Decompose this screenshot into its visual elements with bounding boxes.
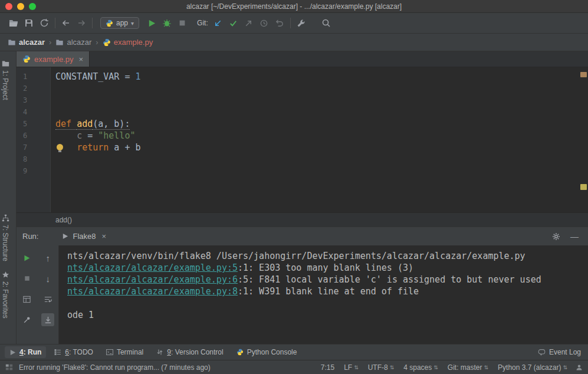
console-file-link[interactable]: nts/alcazar/alcazar/example.py:6 — [67, 274, 238, 285]
line-number[interactable]: 9 — [17, 165, 51, 177]
line-number[interactable]: 6 — [17, 130, 51, 142]
run-configuration-label: app — [116, 19, 128, 27]
status-widget[interactable]: 7:15 — [321, 363, 334, 372]
run-icon[interactable] — [144, 16, 159, 30]
scroll-to-end-icon[interactable] — [41, 313, 54, 326]
code-editor[interactable]: 1CONSTANT_VAR = 12345def add(a, b):6 c =… — [17, 67, 588, 212]
up-stack-trace-icon[interactable]: ↑ — [41, 251, 54, 264]
console-text: :1: E303 too many blank lines (3) — [238, 263, 413, 273]
run-panel-header: Run: Flake8 × — — [17, 227, 588, 245]
code-line[interactable]: 3 — [17, 94, 588, 106]
sync-icon[interactable] — [37, 16, 52, 30]
rollback-icon[interactable] — [272, 16, 287, 30]
code-line[interactable]: 6 c = "hello" — [17, 130, 588, 142]
stripe-mark[interactable] — [580, 184, 587, 190]
status-widget[interactable]: Git: master⇅ — [448, 363, 488, 372]
code-line[interactable]: 2 — [17, 83, 588, 94]
rerun-icon[interactable] — [21, 251, 34, 264]
history-icon[interactable] — [257, 16, 272, 30]
toolwindow-switcher-icon[interactable] — [5, 363, 13, 371]
update-project-icon[interactable] — [211, 16, 226, 30]
soft-wrap-icon[interactable] — [41, 293, 54, 306]
terminal-icon — [106, 349, 113, 356]
wrench-icon[interactable] — [294, 16, 309, 30]
line-number[interactable]: 7 — [17, 142, 51, 153]
status-widget[interactable]: 4 spaces⇅ — [403, 363, 438, 372]
back-icon[interactable] — [58, 16, 74, 30]
line-number[interactable]: 3 — [17, 94, 51, 106]
code-line[interactable]: 1CONSTANT_VAR = 1 — [17, 71, 588, 83]
line-number[interactable]: 2 — [17, 83, 51, 94]
git-label: Git: — [197, 19, 208, 27]
code-text — [51, 106, 55, 118]
editor-tab-example-py[interactable]: example.py × — [17, 51, 90, 67]
down-stack-trace-icon[interactable]: ↓ — [41, 272, 54, 285]
pin-icon[interactable] — [21, 313, 34, 326]
toolwindow-button-todo[interactable]: 6: TODO — [50, 346, 98, 358]
status-message[interactable]: Error running 'Flake8': Cannot run progr… — [19, 363, 211, 372]
breadcrumb-folder[interactable]: alcazar — [55, 38, 91, 47]
status-widgets: 7:15LF⇅UTF-8⇅4 spaces⇅Git: master⇅Python… — [321, 363, 567, 372]
console-text: nts/alcazar/venv/bin/flake8 /Users/jahon… — [67, 251, 525, 261]
code-line[interactable]: 7 return a + b — [17, 142, 588, 153]
minimize-window-button[interactable] — [17, 3, 24, 10]
toolwindow-button-project[interactable]: 1: Project — [1, 60, 9, 100]
toolwindow-button-run[interactable]: 4: Run — [5, 346, 46, 358]
console-file-link[interactable]: nts/alcazar/alcazar/example.py:8 — [67, 286, 238, 297]
breadcrumb-project[interactable]: alcazar — [8, 38, 45, 47]
window-controls — [5, 3, 36, 10]
code-text: def add(a, b): — [51, 118, 130, 130]
status-widget[interactable]: LF⇅ — [344, 363, 359, 372]
event-log-button[interactable]: Event Log — [538, 348, 583, 356]
gear-icon[interactable] — [551, 232, 561, 241]
open-icon[interactable] — [6, 16, 21, 30]
close-icon[interactable]: × — [102, 232, 107, 241]
close-window-button[interactable] — [5, 3, 12, 10]
todo-icon — [54, 349, 61, 356]
status-widget[interactable]: Python 3.7 (alcazar)⇅ — [498, 363, 567, 372]
run-tab-flake8[interactable]: Flake8 × — [58, 232, 110, 241]
save-icon[interactable] — [21, 16, 37, 30]
forward-icon[interactable] — [74, 16, 89, 30]
breadcrumb-file[interactable]: example.py — [103, 38, 153, 47]
stop-icon[interactable] — [21, 272, 34, 285]
toolwindow-button-version-control[interactable]: 9: Version Control — [152, 346, 228, 358]
line-number[interactable]: 8 — [17, 153, 51, 165]
debug-icon[interactable] — [159, 16, 175, 30]
console-line: nts/alcazar/alcazar/example.py:8:1: W391… — [67, 286, 588, 297]
error-stripe[interactable] — [580, 67, 587, 212]
code-line[interactable]: 4 — [17, 106, 588, 118]
editor-code: 1CONSTANT_VAR = 12345def add(a, b):6 c =… — [17, 67, 588, 177]
code-line[interactable]: 9 — [17, 165, 588, 177]
intention-bulb-icon[interactable] — [57, 144, 63, 150]
toolwindow-button-terminal[interactable]: Terminal — [101, 346, 148, 358]
toolwindow-button-label: Python Console — [247, 348, 297, 356]
stripe-mark[interactable] — [580, 72, 587, 77]
line-number[interactable]: 1 — [17, 71, 51, 83]
line-number[interactable]: 4 — [17, 106, 51, 118]
stop-icon[interactable] — [175, 16, 190, 30]
line-number[interactable]: 5 — [17, 118, 51, 130]
push-icon[interactable] — [241, 16, 257, 30]
close-icon[interactable]: × — [78, 55, 83, 64]
search-icon[interactable] — [318, 16, 334, 30]
editor-context-breadcrumb[interactable]: add() — [17, 212, 588, 227]
toolwindow-button-python-console[interactable]: Python Console — [232, 346, 302, 358]
toolbar-separator — [55, 18, 55, 28]
console-file-link[interactable]: nts/alcazar/alcazar/example.py:5 — [67, 263, 238, 273]
maximize-window-button[interactable] — [29, 3, 36, 10]
code-line[interactable]: 5def add(a, b): — [17, 118, 588, 130]
toolwindow-button-structure[interactable]: 7: Structure — [1, 214, 9, 261]
code-line[interactable]: 8 — [17, 153, 588, 165]
code-text: c = "hello" — [51, 130, 135, 142]
commit-icon[interactable] — [226, 16, 241, 30]
restore-layout-icon[interactable] — [21, 293, 34, 306]
toolwindow-button-favorites[interactable]: 2: Favorites — [1, 271, 9, 319]
status-widget[interactable]: UTF-8⇅ — [368, 363, 395, 372]
hide-panel-icon[interactable]: — — [570, 232, 579, 241]
chevron-updown-icon: ⇅ — [390, 365, 395, 370]
run-configuration-select[interactable]: app ▾ — [100, 17, 139, 29]
code-segment: add — [77, 119, 93, 130]
inspections-indicator-icon[interactable] — [576, 364, 583, 371]
console-output[interactable]: nts/alcazar/venv/bin/flake8 /Users/jahon… — [59, 245, 588, 344]
